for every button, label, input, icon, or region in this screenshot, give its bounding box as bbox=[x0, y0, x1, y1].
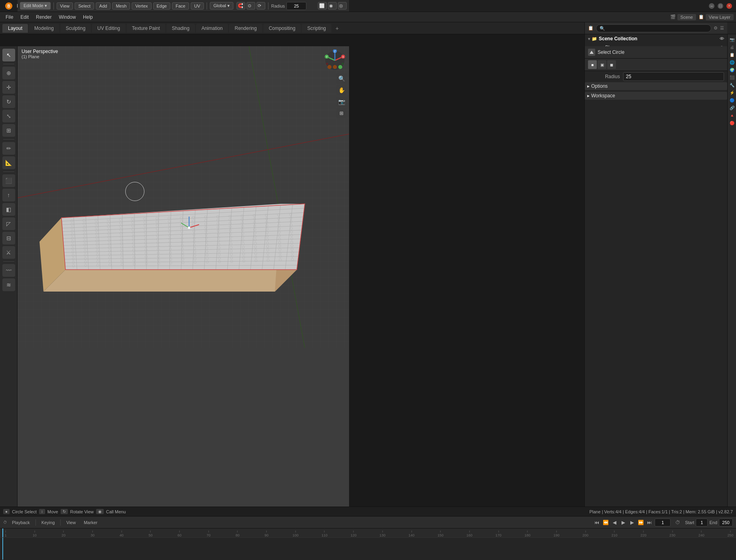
prop-object-data[interactable]: 🔺 bbox=[728, 112, 736, 119]
tool-extrude[interactable]: ↑ bbox=[2, 189, 15, 201]
tool-annotate[interactable]: ✏ bbox=[2, 142, 15, 155]
tool-rotate[interactable]: ↻ bbox=[2, 95, 15, 108]
tool-cursor[interactable]: ⊕ bbox=[2, 67, 15, 79]
tool-edge-crease[interactable]: ≋ bbox=[2, 278, 15, 291]
outliner-search[interactable] bbox=[596, 24, 711, 32]
add-menu[interactable]: Add bbox=[96, 2, 111, 10]
viewport[interactable]: User Perspective (1) Plane ▶ Edge Crease… bbox=[18, 46, 349, 516]
tool-scale[interactable]: ⤡ bbox=[2, 110, 15, 122]
navigation-gizmo[interactable]: X Y Z bbox=[324, 49, 346, 71]
view-menu[interactable]: View bbox=[57, 2, 73, 10]
menu-file[interactable]: File bbox=[2, 14, 16, 21]
tl-view[interactable]: View bbox=[63, 519, 79, 526]
tool-add-cube[interactable]: ⬛ bbox=[2, 174, 15, 187]
edge-menu[interactable]: Edge bbox=[153, 2, 171, 10]
mode-icon-2[interactable]: ▣ bbox=[598, 60, 606, 69]
menu-render[interactable]: Render bbox=[33, 14, 55, 21]
menu-edit[interactable]: Edit bbox=[17, 14, 32, 21]
prop-modifier[interactable]: 🔧 bbox=[728, 81, 736, 89]
viewport-mode-solid[interactable]: ⬜ bbox=[318, 2, 327, 10]
select-circle-icon[interactable] bbox=[588, 49, 595, 56]
tab-scripting[interactable]: Scripting bbox=[302, 24, 331, 33]
prop-constraints[interactable]: 🔗 bbox=[728, 104, 736, 111]
snap-toggle[interactable]: 🧲 bbox=[237, 2, 245, 10]
tab-modeling[interactable]: Modeling bbox=[29, 24, 59, 33]
mesh-menu[interactable]: Mesh bbox=[112, 2, 130, 10]
prop-particles[interactable]: ⚡ bbox=[728, 89, 736, 96]
minimize-button[interactable]: – bbox=[709, 3, 714, 9]
menu-window[interactable]: Window bbox=[55, 14, 79, 21]
transform-mode[interactable]: ⟳ bbox=[257, 2, 265, 10]
prop-object[interactable]: ⬛ bbox=[728, 74, 736, 81]
camera-view-button[interactable]: 📷 bbox=[336, 97, 347, 107]
tool-bevel[interactable]: ◸ bbox=[2, 217, 15, 230]
zoom-in-button[interactable]: 🔍 bbox=[336, 73, 347, 84]
workspace-header[interactable]: ▸ Workspace bbox=[585, 92, 727, 100]
tool-knife[interactable]: ⚔ bbox=[2, 246, 15, 259]
transform-selector[interactable]: Global ▾ bbox=[210, 2, 233, 10]
next-frame-button[interactable]: ▶ bbox=[628, 519, 635, 526]
timeline-icon[interactable]: ⏱ bbox=[3, 520, 7, 525]
tool-select[interactable]: ↖ bbox=[2, 49, 15, 61]
options-header[interactable]: ▸ Options bbox=[585, 82, 727, 90]
tl-playback[interactable]: Playback bbox=[9, 519, 33, 526]
tl-keying[interactable]: Keying bbox=[38, 519, 58, 526]
menu-help[interactable]: Help bbox=[80, 14, 96, 21]
tool-loop-cut[interactable]: ⊟ bbox=[2, 232, 15, 245]
grab-button[interactable]: ✋ bbox=[336, 85, 347, 95]
scene-selector-value[interactable]: Scene bbox=[677, 14, 696, 20]
close-button[interactable]: × bbox=[726, 3, 732, 9]
mode-selector[interactable]: Edit Mode ▾ bbox=[20, 2, 51, 10]
jump-start-button[interactable]: ⏮ bbox=[593, 519, 600, 526]
timeline-track[interactable] bbox=[0, 537, 736, 560]
prop-material[interactable]: 🔴 bbox=[728, 119, 736, 126]
grid-button[interactable]: ⊞ bbox=[336, 108, 347, 118]
prop-view-layer[interactable]: 📋 bbox=[728, 51, 736, 58]
tab-shading[interactable]: Shading bbox=[166, 24, 195, 33]
current-frame[interactable]: 1 bbox=[655, 519, 671, 526]
select-menu[interactable]: Select bbox=[75, 2, 94, 10]
prev-frame-button[interactable]: ◀ bbox=[611, 519, 618, 526]
tab-animation[interactable]: Animation bbox=[196, 24, 228, 33]
tool-smooth[interactable]: 〰 bbox=[2, 264, 15, 277]
maximize-button[interactable]: □ bbox=[718, 3, 723, 9]
tab-layout[interactable]: Layout bbox=[2, 24, 28, 33]
vertex-menu[interactable]: Vertex bbox=[132, 2, 151, 10]
jump-end-button[interactable]: ⏭ bbox=[646, 519, 653, 526]
prop-physics[interactable]: 🔵 bbox=[728, 97, 736, 104]
end-frame-input[interactable]: 250 bbox=[719, 519, 733, 526]
prop-output[interactable]: 🖨 bbox=[728, 43, 736, 51]
face-menu[interactable]: Face bbox=[172, 2, 189, 10]
tool-inset[interactable]: ◧ bbox=[2, 203, 15, 216]
prop-scene[interactable]: 🌐 bbox=[728, 59, 736, 66]
prev-keyframe-button[interactable]: ⏪ bbox=[602, 519, 609, 526]
start-frame-input[interactable]: 1 bbox=[696, 519, 708, 526]
tool-move[interactable]: ✛ bbox=[2, 81, 15, 94]
tab-texture-paint[interactable]: Texture Paint bbox=[126, 24, 166, 33]
layer-selector-value[interactable]: View Layer bbox=[706, 14, 734, 20]
uv-menu[interactable]: UV bbox=[191, 2, 204, 10]
tab-compositing[interactable]: Compositing bbox=[263, 24, 301, 33]
outliner-settings[interactable]: ☰ bbox=[720, 26, 724, 31]
tab-uv-editing[interactable]: UV Editing bbox=[92, 24, 126, 33]
proportional-edit[interactable]: ⊙ bbox=[247, 2, 255, 10]
radius-input[interactable]: 25 bbox=[623, 72, 724, 81]
mode-icon-1[interactable]: ■ bbox=[588, 60, 597, 69]
prop-world[interactable]: 🌍 bbox=[728, 66, 736, 73]
mode-icon-3[interactable]: ◼ bbox=[607, 60, 616, 69]
add-workspace-button[interactable]: + bbox=[332, 24, 342, 33]
visibility-icon[interactable]: 👁 bbox=[720, 36, 724, 41]
tool-measure[interactable]: 📐 bbox=[2, 156, 15, 169]
play-button[interactable]: ▶ bbox=[620, 519, 627, 526]
viewport-xray[interactable]: ◎ bbox=[338, 2, 347, 10]
radius-value-header[interactable]: 25 bbox=[286, 2, 306, 10]
viewport-overlays[interactable]: ◉ bbox=[328, 2, 337, 10]
tool-transform[interactable]: ⊞ bbox=[2, 124, 15, 137]
outliner-scene-collection[interactable]: ▾ 📁 Scene Collection 👁 bbox=[585, 34, 727, 43]
tl-marker[interactable]: Marker bbox=[81, 519, 101, 526]
prop-render[interactable]: 📷 bbox=[728, 36, 736, 43]
next-keyframe-button[interactable]: ⏩ bbox=[637, 519, 644, 526]
tab-rendering[interactable]: Rendering bbox=[229, 24, 262, 33]
outliner-filter[interactable]: ⚙ bbox=[714, 26, 718, 31]
tab-sculpting[interactable]: Sculpting bbox=[60, 24, 91, 33]
